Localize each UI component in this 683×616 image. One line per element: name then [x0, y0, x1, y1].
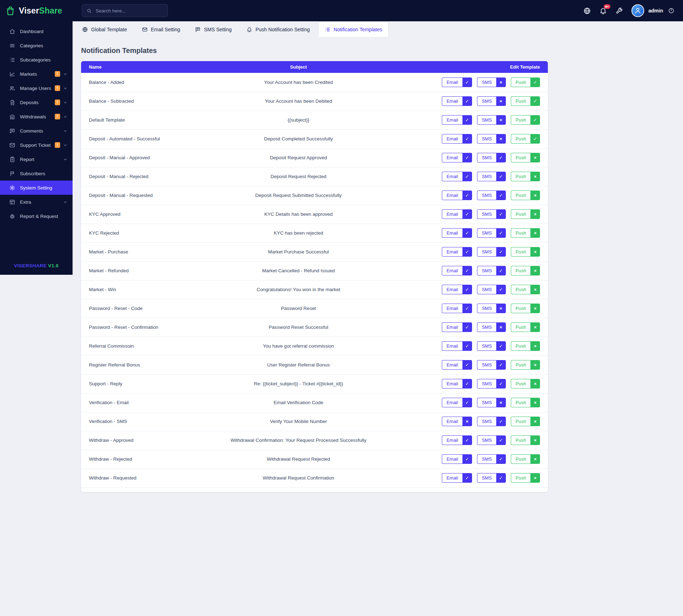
push-toggle[interactable]: ×	[530, 266, 540, 275]
sms-edit-button[interactable]: SMS	[477, 228, 496, 238]
email-toggle[interactable]: ✓	[462, 379, 472, 389]
push-edit-button[interactable]: Push	[511, 153, 530, 162]
wrench-icon[interactable]	[615, 7, 623, 15]
power-icon[interactable]	[668, 7, 674, 14]
sms-edit-button[interactable]: SMS	[477, 398, 496, 407]
email-toggle[interactable]: ✓	[462, 134, 472, 144]
email-edit-button[interactable]: Email	[442, 379, 462, 389]
push-edit-button[interactable]: Push	[511, 398, 530, 407]
email-edit-button[interactable]: Email	[442, 322, 462, 332]
email-toggle[interactable]: ✓	[462, 209, 472, 219]
email-toggle[interactable]: ✓	[462, 473, 472, 483]
push-edit-button[interactable]: Push	[511, 191, 530, 200]
email-edit-button[interactable]: Email	[442, 360, 462, 370]
push-toggle[interactable]: ×	[530, 172, 540, 181]
sms-toggle[interactable]: ×	[496, 77, 506, 87]
sms-edit-button[interactable]: SMS	[477, 96, 496, 106]
email-toggle[interactable]: ✓	[462, 285, 472, 294]
push-edit-button[interactable]: Push	[511, 266, 530, 275]
sms-edit-button[interactable]: SMS	[477, 304, 496, 313]
email-toggle[interactable]: ✓	[462, 360, 472, 370]
push-toggle[interactable]: ×	[530, 435, 540, 445]
sidebar-item-categories[interactable]: Categories	[0, 38, 73, 53]
push-toggle[interactable]: ✓	[530, 96, 540, 106]
sms-toggle[interactable]: ×	[496, 322, 506, 332]
push-edit-button[interactable]: Push	[511, 115, 530, 125]
sms-toggle[interactable]: ✓	[496, 417, 506, 426]
push-toggle[interactable]: ×	[530, 285, 540, 294]
search-input[interactable]	[95, 8, 163, 14]
push-toggle[interactable]: ×	[530, 454, 540, 464]
email-toggle[interactable]: ✓	[462, 435, 472, 445]
email-edit-button[interactable]: Email	[442, 341, 462, 351]
sms-toggle[interactable]: ✓	[496, 435, 506, 445]
sidebar-item-support-ticket[interactable]: Support Ticket !	[0, 138, 73, 152]
push-edit-button[interactable]: Push	[511, 473, 530, 483]
push-edit-button[interactable]: Push	[511, 379, 530, 389]
sms-toggle[interactable]: ✓	[496, 172, 506, 181]
push-edit-button[interactable]: Push	[511, 304, 530, 313]
email-edit-button[interactable]: Email	[442, 417, 462, 426]
push-toggle[interactable]: ×	[530, 228, 540, 238]
avatar[interactable]	[631, 4, 644, 17]
email-toggle[interactable]: ✓	[462, 228, 472, 238]
push-edit-button[interactable]: Push	[511, 134, 530, 144]
push-toggle[interactable]: ×	[530, 247, 540, 257]
bell-icon[interactable]: 9+	[599, 7, 607, 15]
push-toggle[interactable]: ×	[530, 360, 540, 370]
email-edit-button[interactable]: Email	[442, 228, 462, 238]
push-toggle[interactable]: ×	[530, 153, 540, 162]
push-toggle[interactable]: ✓	[530, 115, 540, 125]
email-toggle[interactable]: ✓	[462, 115, 472, 125]
sms-edit-button[interactable]: SMS	[477, 285, 496, 294]
push-toggle[interactable]: ×	[530, 398, 540, 407]
tab-email-setting[interactable]: Email Setting	[136, 22, 186, 37]
sidebar-item-system-setting[interactable]: System Setting	[0, 181, 73, 195]
sms-edit-button[interactable]: SMS	[477, 379, 496, 389]
sms-toggle[interactable]: ✓	[496, 266, 506, 275]
sms-edit-button[interactable]: SMS	[477, 266, 496, 275]
globe-icon[interactable]	[583, 7, 591, 15]
sidebar-item-withdrawals[interactable]: Withdrawals !	[0, 109, 73, 124]
push-edit-button[interactable]: Push	[511, 435, 530, 445]
sidebar-item-manage-users[interactable]: Manage Users !	[0, 81, 73, 95]
email-edit-button[interactable]: Email	[442, 247, 462, 257]
push-edit-button[interactable]: Push	[511, 360, 530, 370]
tab-sms-setting[interactable]: SMS Setting	[189, 22, 238, 37]
email-edit-button[interactable]: Email	[442, 473, 462, 483]
email-toggle[interactable]: ✓	[462, 77, 472, 87]
sms-edit-button[interactable]: SMS	[477, 247, 496, 257]
sms-edit-button[interactable]: SMS	[477, 134, 496, 144]
sms-edit-button[interactable]: SMS	[477, 209, 496, 219]
email-edit-button[interactable]: Email	[442, 172, 462, 181]
sidebar-item-subscribers[interactable]: Subscribers	[0, 166, 73, 181]
email-toggle[interactable]: ✓	[462, 341, 472, 351]
sidebar-item-report-request[interactable]: Report & Request	[0, 209, 73, 223]
sms-edit-button[interactable]: SMS	[477, 360, 496, 370]
email-edit-button[interactable]: Email	[442, 304, 462, 313]
email-edit-button[interactable]: Email	[442, 134, 462, 144]
sms-toggle[interactable]: ✓	[496, 153, 506, 162]
push-toggle[interactable]: ✓	[530, 134, 540, 144]
push-edit-button[interactable]: Push	[511, 96, 530, 106]
email-edit-button[interactable]: Email	[442, 398, 462, 407]
email-toggle[interactable]: ✓	[462, 153, 472, 162]
push-edit-button[interactable]: Push	[511, 285, 530, 294]
email-edit-button[interactable]: Email	[442, 435, 462, 445]
sms-toggle[interactable]: ✓	[496, 191, 506, 200]
sms-toggle[interactable]: ×	[496, 304, 506, 313]
email-edit-button[interactable]: Email	[442, 191, 462, 200]
sidebar-item-comments[interactable]: Comments	[0, 124, 73, 138]
sms-toggle[interactable]: ×	[496, 134, 506, 144]
push-toggle[interactable]: ×	[530, 473, 540, 483]
email-edit-button[interactable]: Email	[442, 77, 462, 87]
sms-edit-button[interactable]: SMS	[477, 172, 496, 181]
tab-push-notification-setting[interactable]: Push Notification Setting	[240, 22, 316, 37]
email-toggle[interactable]: ✓	[462, 247, 472, 257]
sidebar-item-deposits[interactable]: Deposits !	[0, 95, 73, 109]
sms-edit-button[interactable]: SMS	[477, 473, 496, 483]
sms-toggle[interactable]: ✓	[496, 247, 506, 257]
email-toggle[interactable]: ✓	[462, 398, 472, 407]
push-edit-button[interactable]: Push	[511, 228, 530, 238]
sms-toggle[interactable]: ✓	[496, 454, 506, 464]
